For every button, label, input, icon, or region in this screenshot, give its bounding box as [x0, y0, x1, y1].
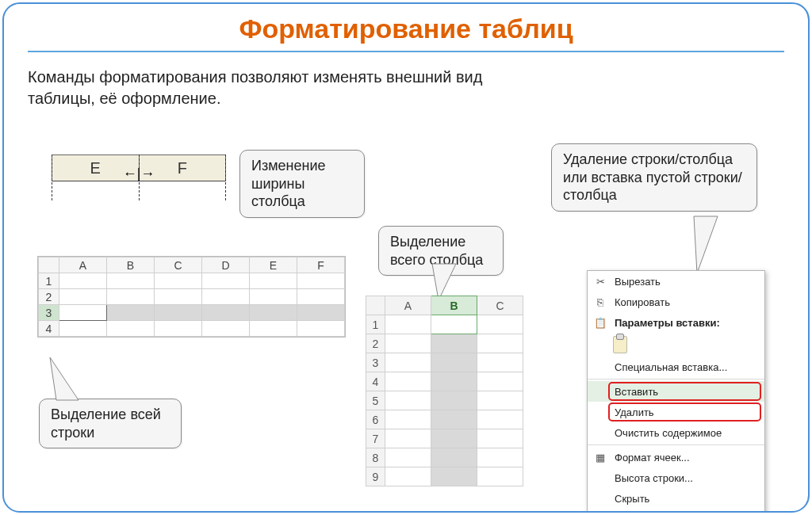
- cell[interactable]: [59, 321, 107, 337]
- cell[interactable]: [385, 448, 431, 467]
- grid-row: 1: [39, 273, 345, 289]
- cell[interactable]: [431, 353, 477, 372]
- blank-icon: [592, 384, 608, 399]
- cell[interactable]: [431, 467, 477, 486]
- menu-item-show[interactable]: Показать: [588, 509, 764, 513]
- cell[interactable]: [202, 321, 250, 337]
- cell[interactable]: [59, 289, 107, 305]
- cell[interactable]: [59, 273, 107, 289]
- column-header-E[interactable]: E: [52, 154, 139, 181]
- cell[interactable]: [202, 289, 250, 305]
- cell[interactable]: [297, 273, 345, 289]
- row-header[interactable]: 1: [366, 315, 385, 334]
- column-header[interactable]: C: [477, 296, 523, 315]
- cell[interactable]: [155, 273, 202, 289]
- paste-option-button[interactable]: [588, 333, 764, 357]
- cell[interactable]: [431, 429, 477, 448]
- menu-item-row-height[interactable]: Высота строки...: [588, 467, 764, 488]
- row-header[interactable]: 8: [366, 448, 385, 467]
- cell[interactable]: [477, 372, 523, 391]
- column-header-F[interactable]: F: [139, 154, 227, 181]
- cell[interactable]: [431, 448, 477, 467]
- menu-item-delete[interactable]: Удалить: [588, 402, 764, 422]
- menu-item-paste-options[interactable]: 📋 Параметры вставки:: [588, 312, 764, 333]
- cell[interactable]: [385, 391, 431, 410]
- menu-separator: [588, 444, 764, 445]
- row-header[interactable]: 4: [366, 372, 385, 391]
- cell[interactable]: [107, 305, 155, 321]
- cell[interactable]: [155, 321, 202, 337]
- cell[interactable]: [250, 321, 297, 337]
- menu-label: Скрыть: [615, 493, 649, 505]
- column-header[interactable]: F: [297, 258, 345, 273]
- menu-item-cut[interactable]: ✂ Вырезать: [588, 271, 764, 292]
- cell[interactable]: [385, 467, 431, 486]
- column-header[interactable]: B: [107, 258, 155, 273]
- cell[interactable]: [107, 289, 155, 305]
- column-header[interactable]: A: [385, 296, 431, 315]
- cell[interactable]: [297, 289, 345, 305]
- dashed-guide: [225, 154, 226, 200]
- row-header[interactable]: 9: [366, 467, 385, 486]
- column-header-selected[interactable]: B: [431, 296, 477, 315]
- cell[interactable]: [155, 289, 202, 305]
- select-all-corner[interactable]: [39, 258, 59, 273]
- cell[interactable]: [431, 372, 477, 391]
- callout-text: Выделение всего столбца: [390, 234, 483, 268]
- column-headers-row: A B C: [366, 296, 523, 315]
- column-header[interactable]: C: [155, 258, 202, 273]
- row-header[interactable]: 1: [39, 273, 59, 289]
- blank-icon: [592, 471, 608, 485]
- blank-icon: [592, 491, 608, 505]
- menu-label: Удалить: [615, 406, 654, 418]
- row-header[interactable]: 5: [366, 391, 385, 410]
- cell[interactable]: [250, 289, 297, 305]
- row-header[interactable]: 3: [39, 305, 59, 321]
- row-header[interactable]: 2: [366, 334, 385, 353]
- cell[interactable]: [431, 391, 477, 410]
- cell[interactable]: [297, 305, 345, 321]
- row-header[interactable]: 6: [366, 410, 385, 429]
- menu-item-clear[interactable]: Очистить содержимое: [588, 422, 764, 443]
- cell[interactable]: [107, 321, 155, 337]
- column-header[interactable]: D: [202, 258, 250, 273]
- cell[interactable]: [202, 305, 250, 321]
- cell[interactable]: [385, 315, 431, 334]
- cell[interactable]: [250, 305, 297, 321]
- cell[interactable]: [297, 321, 345, 337]
- row-header[interactable]: 4: [39, 321, 59, 337]
- menu-label: Специальная вставка...: [615, 361, 727, 373]
- select-all-corner[interactable]: [366, 296, 385, 315]
- cell[interactable]: [385, 429, 431, 448]
- row-header[interactable]: 3: [366, 353, 385, 372]
- menu-item-copy[interactable]: ⎘ Копировать: [588, 292, 764, 312]
- cell[interactable]: [477, 353, 523, 372]
- cell[interactable]: [107, 273, 155, 289]
- cell[interactable]: [385, 372, 431, 391]
- cell[interactable]: [477, 410, 523, 429]
- row-header[interactable]: 2: [39, 289, 59, 305]
- cell[interactable]: [477, 391, 523, 410]
- menu-item-paste-special[interactable]: Специальная вставка...: [588, 357, 764, 377]
- cell[interactable]: [385, 353, 431, 372]
- cell[interactable]: [431, 334, 477, 353]
- menu-item-hide[interactable]: Скрыть: [588, 488, 764, 509]
- cell[interactable]: [385, 410, 431, 429]
- menu-item-format-cells[interactable]: ▦ Формат ячеек...: [588, 447, 764, 467]
- cell[interactable]: [59, 305, 107, 321]
- cell[interactable]: [385, 334, 431, 353]
- cell[interactable]: [477, 429, 523, 448]
- cell[interactable]: [477, 448, 523, 467]
- cell[interactable]: [155, 305, 202, 321]
- cell[interactable]: [431, 410, 477, 429]
- cell[interactable]: [202, 273, 250, 289]
- cell[interactable]: [477, 334, 523, 353]
- menu-item-insert[interactable]: Вставить: [588, 381, 764, 402]
- cell[interactable]: [431, 315, 477, 334]
- column-header[interactable]: A: [59, 258, 107, 273]
- cell[interactable]: [477, 315, 523, 334]
- column-header[interactable]: E: [250, 258, 297, 273]
- cell[interactable]: [250, 273, 297, 289]
- row-header[interactable]: 7: [366, 429, 385, 448]
- cell[interactable]: [477, 467, 523, 486]
